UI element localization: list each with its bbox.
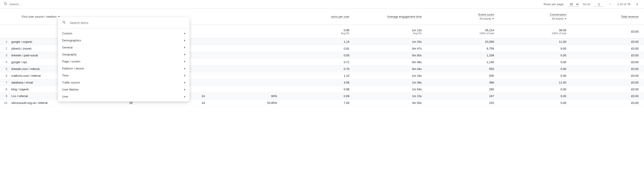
popup-category-item[interactable]: Demographics — [58, 37, 190, 44]
search-input[interactable] — [10, 2, 55, 6]
row-hidden-a: 26 — [66, 101, 138, 105]
metric-header-sessions-per-user[interactable]: sions per user — [282, 8, 355, 25]
row-dimension: database / email — [9, 81, 66, 84]
row-hidden-c: 60% — [210, 94, 282, 98]
metric-title: Event count — [478, 13, 494, 16]
chevron-right-icon — [184, 33, 185, 34]
chevron-right-icon — [184, 47, 185, 48]
row-index: 4 — [0, 60, 9, 64]
goto-label: Go to: — [583, 2, 591, 6]
row-dimension: linkedin.com / referral — [9, 67, 66, 71]
popup-item-label: Page / screen — [62, 60, 80, 63]
row-dimension: (direct) / (none) — [9, 47, 66, 50]
popup-category-item[interactable]: User — [58, 93, 190, 100]
row-index: 9 — [0, 94, 9, 98]
summary-total-revenue: £0.00 — [572, 25, 644, 38]
popup-item-label: User lifetime — [62, 88, 78, 91]
prev-page-button[interactable] — [607, 1, 614, 7]
chevron-right-icon — [184, 89, 185, 91]
dimension-header-cell: First user source / medium — [9, 8, 66, 25]
chevron-right-icon — [184, 61, 185, 62]
row-dimension: google / cpc — [9, 60, 66, 64]
global-search — [4, 2, 544, 6]
metric-filter-dropdown[interactable]: All events — [552, 17, 566, 20]
chevron-down-icon — [564, 18, 566, 19]
popup-item-label: General — [62, 46, 72, 49]
pagination-controls: Rows per page: 10 Go to: 1-10 of 76 — [544, 1, 640, 7]
row-hidden-c: 53.85% — [210, 101, 282, 105]
chevron-down-icon — [492, 18, 494, 19]
row-event-count: 103 — [427, 99, 500, 106]
popup-item-label: Demographics — [62, 39, 81, 42]
row-conversions: 0.00 — [500, 99, 572, 106]
row-index: 7 — [0, 81, 9, 84]
metric-header-total-revenue[interactable]: Total revenue — [572, 8, 644, 25]
row-index: 1 — [0, 40, 9, 43]
row-dimension: google / organic — [9, 40, 66, 43]
popup-search-row — [58, 17, 190, 28]
metric-filter-dropdown[interactable]: All events — [480, 17, 494, 20]
metric-title: sions per user — [331, 15, 350, 18]
summary-conversions: 38.00100% of total — [500, 25, 572, 38]
search-icon — [4, 2, 8, 6]
popup-item-label: Time — [62, 74, 68, 77]
summary-sessions-per-user: 0.98Avg 0% — [282, 25, 355, 38]
popup-item-label: User — [62, 95, 68, 98]
dimension-picker-popup: CustomDemographicsGeneralGeographyPage /… — [58, 17, 190, 101]
chevron-right-icon — [184, 68, 185, 69]
hidden-col-c — [210, 8, 282, 25]
popup-category-list: CustomDemographicsGeneralGeographyPage /… — [58, 28, 190, 101]
row-sessions-per-user: 7.00 — [282, 99, 355, 106]
popup-category-item[interactable]: Traffic source — [58, 79, 190, 86]
next-page-button[interactable] — [634, 1, 640, 7]
row-index: 10 — [0, 101, 9, 105]
row-index: 2 — [0, 47, 9, 50]
row-index: 6 — [0, 74, 9, 77]
row-index: 5 — [0, 67, 9, 71]
metric-title: Average engagement time — [387, 15, 422, 18]
metric-header-avg-engagement[interactable]: Average engagement time — [355, 8, 427, 25]
popup-category-item[interactable]: Platform / device — [58, 65, 190, 72]
row-hidden-b: 14 — [138, 101, 210, 105]
popup-item-label: Traffic source — [62, 81, 80, 84]
row-avg-engagement: 3m 50s — [355, 99, 427, 106]
chevron-right-icon — [184, 40, 185, 41]
popup-item-label: Custom — [62, 32, 72, 35]
top-bar: Rows per page: 10 Go to: 1-10 of 76 — [0, 0, 644, 8]
popup-search-input[interactable] — [70, 21, 185, 25]
popup-item-label: Geography — [62, 53, 76, 56]
popup-category-item[interactable]: Geography — [58, 51, 190, 58]
row-index: 8 — [0, 88, 9, 91]
row-index: 3 — [0, 54, 9, 57]
chevron-right-icon — [184, 54, 185, 55]
metric-title: Total revenue — [621, 15, 638, 18]
goto-input[interactable] — [594, 2, 604, 6]
rows-per-page-select[interactable]: 10 — [568, 2, 579, 7]
summary-event-count: 35,214100% of total — [427, 25, 500, 38]
search-icon — [62, 20, 66, 25]
popup-category-item[interactable]: Custom — [58, 30, 190, 37]
row-dimension: craftcms.com / referral — [9, 74, 66, 77]
popup-category-item[interactable]: General — [58, 44, 190, 51]
row-dimension: linkedin / paid-social — [9, 54, 66, 57]
chevron-right-icon — [184, 82, 185, 84]
popup-category-item[interactable]: Page / screen — [58, 58, 190, 65]
chevron-right-icon — [184, 96, 185, 98]
popup-category-item[interactable]: User lifetime — [58, 86, 190, 93]
row-dimension: siliconsouth.org.uk / referral — [9, 101, 66, 105]
index-header — [0, 8, 9, 25]
dimension-selector[interactable]: First user source / medium — [22, 15, 60, 18]
dimension-label: First user source / medium — [22, 15, 57, 18]
chevron-right-icon — [184, 75, 185, 76]
row-dimension: bing / organic — [9, 88, 66, 91]
summary-avg-engagement: 1m 13sAvg 0% — [355, 25, 427, 38]
row-total-revenue: £0.00 — [572, 99, 644, 106]
rows-per-page-label: Rows per page: — [544, 2, 564, 6]
popup-item-label: Platform / device — [62, 67, 84, 70]
metric-header-conversions[interactable]: Conversions All events — [500, 8, 572, 25]
metric-title: Conversions — [550, 13, 566, 16]
row-dimension: t.co / referral — [9, 94, 66, 98]
metric-header-event-count[interactable]: Event count All events — [427, 8, 500, 25]
popup-category-item[interactable]: Time — [58, 72, 190, 79]
page-range-text: 1-10 of 76 — [617, 2, 630, 6]
